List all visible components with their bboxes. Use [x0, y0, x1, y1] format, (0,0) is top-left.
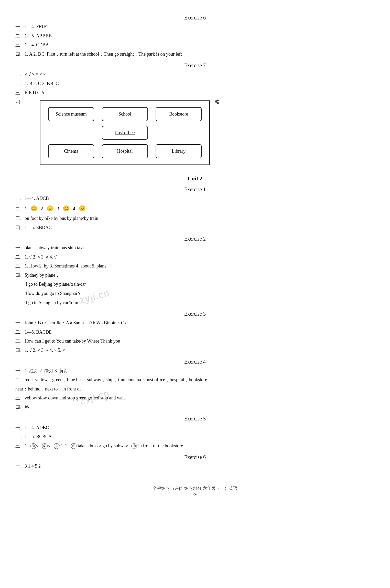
- ex1-three: 三、on foot by bike by bus by plane/by tra…: [15, 214, 375, 222]
- ex2-watermark-area: I go to Shanghai by car/train． zyji.cn: [15, 299, 375, 307]
- ex2-line-1: 一、plane subway train bus ship taxi: [15, 244, 375, 252]
- ex4-line-1: 一、1. 红灯 2. 绿灯 3. 黄灯: [15, 367, 375, 375]
- ex6-line-3: 三、1—4. CDBA: [15, 41, 375, 49]
- smiley-1: 😊: [30, 205, 37, 212]
- page-footer: 全程练习与评价 练习部分 六年级（上）英语 ·2·: [15, 486, 375, 498]
- place-hospital: Hospital: [102, 144, 148, 158]
- exercise6b-title: Exercise 6: [15, 454, 375, 460]
- ex1-four: 四、1—5. EBDAC: [15, 224, 375, 232]
- ex6-line-2: 二、1—5. ABBBB: [15, 32, 375, 40]
- circle-2: ②: [42, 443, 48, 449]
- ex4-line-4: 四、略: [15, 403, 375, 411]
- check-3: √: [59, 443, 62, 448]
- ex1-two-prefix: 二、1.: [15, 206, 29, 211]
- place-library: Library: [156, 144, 202, 158]
- ex5-three-2a: take a bus or go by subway: [78, 443, 130, 448]
- exercise3-title: Exercise 3: [15, 311, 375, 317]
- ex2-line-5: I go to Beijing by plane/train/car．: [26, 280, 375, 288]
- ex4-line-2: 二、red：yellow，green，blue bus：subway，ship，…: [15, 376, 375, 384]
- place-science-museum: Science museum: [48, 107, 94, 121]
- ex1-two-row: 二、1. 😊 2. 😟 3. 😊 4. 😟: [15, 204, 375, 213]
- ex3-line-4: 四、1. √ 2. × 3. √ 4. × 5. ×: [15, 346, 375, 354]
- circle-4: ①: [71, 443, 77, 449]
- circle-5: ②: [131, 443, 137, 449]
- footer-text: 全程练习与评价 练习部分 六年级（上）英语: [15, 486, 375, 491]
- ex2-line-3: 三、1. How 2. by 3. Sometimes 4. about 5. …: [15, 262, 375, 270]
- ex6-line-1: 一、1—4. FFTF: [15, 23, 375, 31]
- smiley-4: 😟: [79, 205, 86, 212]
- places-grid: Science museum School Bookstore Post off…: [40, 100, 210, 165]
- ex5-line-1: 一、1—4. ADBC: [15, 424, 375, 432]
- place-cinema: Cinema: [48, 144, 94, 158]
- exercise1-title: Exercise 1: [15, 187, 375, 192]
- ex4-watermark-area: 三、yellow slow down and stop green go red…: [15, 394, 375, 402]
- check-2: ×: [48, 443, 50, 448]
- ex2-line-7: I go to Shanghai by car/train．: [26, 299, 375, 307]
- ex7-line-3: 三、B E D C A: [15, 89, 375, 97]
- ex6b-line-1: 一、3 1 4 5 2: [15, 462, 375, 470]
- smiley-2: 😟: [47, 205, 53, 212]
- place-post-office: Post office: [102, 126, 148, 140]
- unit2-title: Unit 2: [15, 175, 375, 182]
- exercise6-title: Exercise 6: [15, 15, 375, 21]
- ex5-three-prefix: 三、1.: [15, 443, 29, 448]
- exercise7-title: Exercise 7: [15, 63, 375, 68]
- footer-page: ·2·: [15, 492, 375, 498]
- smiley-3: 😊: [63, 205, 70, 212]
- circle-3: ③: [54, 443, 59, 449]
- ex4-line-2b: near：behind，next to，in front of: [15, 385, 375, 393]
- exercise5-title: Exercise 5: [15, 416, 375, 422]
- ex2-line-4: 四、Sydney by plane．: [15, 271, 375, 279]
- ex5-three-2b: in front of the bookstore: [138, 443, 183, 448]
- ex7-line-1: 一、√ √ × × × ×: [15, 70, 375, 78]
- exercise4-title: Exercise 4: [15, 359, 375, 365]
- ex3-line-3: 三、How can I get to You can take/by Where…: [15, 337, 375, 345]
- ex7-four-prefix: 四、: [15, 98, 25, 106]
- ex3-line-1: 一、John：B c Chen Jie：A a Sarah：D b Wu Bin…: [15, 319, 375, 327]
- ex7-four-row: 四、 Science museum School Bookstore Post …: [15, 98, 375, 168]
- ex5-line-2: 二、1—5. BCBCA: [15, 433, 375, 441]
- ex6-line-4: 四、1. A 2. B 3. First，turn left at the sc…: [15, 50, 375, 58]
- ex2-line-2: 二、1. √ 2. × 3. × 4. √: [15, 253, 375, 261]
- ex5-three-row: 三、1. ①√ ②× ③√ 2. ① take a bus or go by s…: [15, 442, 375, 450]
- ex4-line-3: 三、yellow slow down and stop green go red…: [15, 394, 375, 402]
- ex3-line-2: 二、1—5. BACDE: [15, 328, 375, 336]
- circle-1: ①: [30, 443, 36, 449]
- ex2-line-6: How do you go to Shanghai？: [26, 290, 375, 297]
- place-bookstore: Bookstore: [156, 107, 202, 121]
- ex7-line-2: 二、1. B 2. C 3. B 4. C: [15, 80, 375, 88]
- check-1: √: [36, 443, 39, 448]
- page-content: Exercise 6 一、1—4. FFTF 二、1—5. ABBBB 三、1—…: [15, 15, 375, 498]
- exercise2-title: Exercise 2: [15, 236, 375, 242]
- ex1-line-1: 一、1—4. ADCB: [15, 194, 375, 202]
- ex7-four-suffix: 略: [215, 98, 220, 106]
- place-school: School: [102, 107, 148, 121]
